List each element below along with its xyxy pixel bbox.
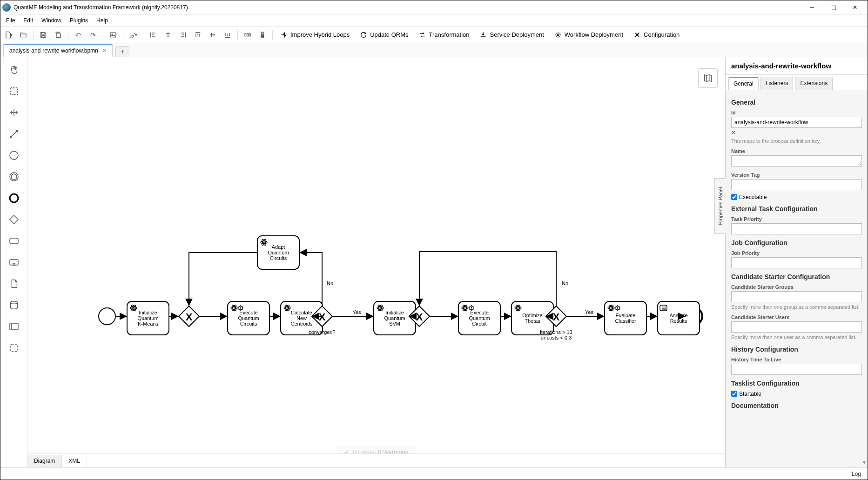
improve-label: Improve Hybrid Loops: [290, 31, 350, 38]
group-icon[interactable]: [6, 340, 22, 356]
history-ttl-input[interactable]: [731, 364, 862, 375]
align-middle-icon[interactable]: [207, 29, 219, 41]
minimap-toggle[interactable]: [698, 68, 718, 88]
align-center-icon[interactable]: [162, 29, 174, 41]
gateway-icon[interactable]: [6, 212, 22, 227]
save-icon[interactable]: [37, 29, 49, 41]
job-priority-input[interactable]: [731, 257, 862, 268]
save-all-icon[interactable]: [52, 29, 64, 41]
align-right-icon[interactable]: [177, 29, 189, 41]
svg-text:converged?: converged?: [309, 329, 336, 335]
close-button[interactable]: ✕: [844, 0, 866, 14]
distribute-h-icon[interactable]: [242, 29, 254, 41]
svg-text:Quantum: Quantum: [384, 315, 405, 321]
modebar: Diagram XML: [27, 453, 725, 467]
color-icon[interactable]: ▾: [127, 29, 139, 41]
update-qrms-button[interactable]: Update QRMs: [356, 29, 412, 40]
id-input[interactable]: [731, 117, 862, 128]
tab-close-icon[interactable]: ✕: [102, 47, 107, 54]
align-bottom-icon[interactable]: [222, 29, 234, 41]
executable-checkbox[interactable]: [731, 194, 737, 200]
service-deployment-button[interactable]: Service Deployment: [476, 29, 547, 40]
maximize-button[interactable]: ▢: [823, 0, 844, 14]
minimize-button[interactable]: ─: [801, 0, 823, 14]
props-body[interactable]: General Id ✕ This maps to the process de…: [726, 90, 868, 467]
version-input[interactable]: [731, 179, 862, 190]
candidate-groups-input[interactable]: [731, 291, 862, 302]
menu-file[interactable]: File: [2, 16, 19, 25]
mode-diagram[interactable]: Diagram: [27, 455, 62, 467]
improve-hybrid-loops-button[interactable]: Improve Hybrid Loops: [276, 29, 353, 40]
svg-text:Classifier: Classifier: [615, 318, 636, 324]
space-tool-icon[interactable]: [6, 105, 22, 120]
connect-tool-icon[interactable]: [6, 126, 22, 142]
props-tab-extensions[interactable]: Extensions: [795, 77, 833, 90]
props-toggle-label: Properties Panel: [718, 187, 723, 225]
name-input[interactable]: [731, 155, 862, 167]
startable-label: Startable: [739, 391, 761, 397]
svg-text:X: X: [186, 311, 193, 323]
menu-edit[interactable]: Edit: [20, 16, 37, 25]
open-file-icon[interactable]: [17, 29, 29, 41]
mode-xml[interactable]: XML: [62, 455, 87, 467]
svg-rect-21: [10, 344, 18, 352]
task-icon[interactable]: [6, 233, 22, 249]
props-collapse-icon[interactable]: ▾: [863, 459, 866, 466]
svg-rect-18: [13, 263, 15, 265]
section-candidate: Candidate Starter Configuration: [731, 273, 862, 280]
startable-checkbox[interactable]: [731, 391, 737, 397]
svg-line-113: [619, 306, 619, 307]
svg-rect-10: [10, 88, 17, 95]
transformation-button[interactable]: Transformation: [415, 29, 473, 40]
lasso-tool-icon[interactable]: [6, 83, 22, 99]
menu-help[interactable]: Help: [93, 16, 112, 25]
svg-point-11: [10, 136, 12, 138]
svg-point-96: [518, 307, 519, 309]
end-event-icon[interactable]: [6, 190, 22, 206]
svg-point-70: [380, 307, 381, 309]
svg-text:Execute: Execute: [470, 310, 489, 315]
props-tab-listeners[interactable]: Listeners: [760, 77, 794, 90]
candidate-users-input[interactable]: [731, 321, 862, 333]
svg-line-86: [470, 306, 470, 307]
svg-text:Evaluate: Evaluate: [616, 313, 636, 318]
tab-add-button[interactable]: +: [115, 46, 129, 57]
hand-tool-icon[interactable]: [6, 62, 22, 78]
subprocess-icon[interactable]: [6, 254, 22, 270]
undo-icon[interactable]: ↶: [72, 29, 84, 41]
svg-text:Quantum: Quantum: [137, 315, 158, 321]
task-priority-input[interactable]: [731, 223, 862, 234]
svg-text:Calculate: Calculate: [291, 310, 312, 315]
svg-rect-5: [261, 32, 263, 33]
tabbar: analysis-and-rewrite-workflow.bpmn ✕ +: [0, 43, 868, 57]
menu-plugins[interactable]: Plugins: [66, 16, 92, 25]
file-tab-active[interactable]: analysis-and-rewrite-workflow.bpmn ✕: [3, 44, 113, 57]
start-event-icon[interactable]: [6, 147, 22, 163]
align-top-icon[interactable]: [192, 29, 204, 41]
id-clear-icon[interactable]: ✕: [731, 129, 736, 136]
workflow-deployment-button[interactable]: Workflow Deployment: [551, 29, 627, 40]
svg-text:Adapt: Adapt: [272, 244, 285, 250]
props-tab-general[interactable]: General: [728, 77, 759, 90]
svg-rect-16: [10, 238, 18, 244]
canvas[interactable]: InitializeQuantumK-MeansExecuteQuantumCi…: [27, 57, 725, 467]
participant-icon[interactable]: [6, 319, 22, 334]
redo-icon[interactable]: ↷: [87, 29, 99, 41]
configuration-button[interactable]: Configuration: [630, 29, 683, 40]
new-file-icon[interactable]: ▾: [2, 29, 14, 41]
align-left-icon[interactable]: [147, 29, 159, 41]
data-store-icon[interactable]: [6, 297, 22, 313]
menu-window[interactable]: Window: [38, 16, 65, 25]
svg-text:SVM: SVM: [389, 321, 400, 327]
svg-text:Initialize: Initialize: [139, 310, 157, 315]
app-icon: [2, 3, 11, 12]
data-object-icon[interactable]: [6, 276, 22, 292]
distribute-v-icon[interactable]: [256, 29, 269, 41]
svg-text:Execute: Execute: [239, 310, 258, 315]
intermediate-event-icon[interactable]: [6, 169, 22, 185]
export-image-icon[interactable]: [107, 29, 119, 41]
executable-label: Executable: [739, 194, 767, 200]
properties-panel-toggle[interactable]: Properties Panel: [714, 178, 726, 234]
svg-line-88: [473, 306, 473, 307]
log-button[interactable]: Log: [852, 471, 861, 477]
